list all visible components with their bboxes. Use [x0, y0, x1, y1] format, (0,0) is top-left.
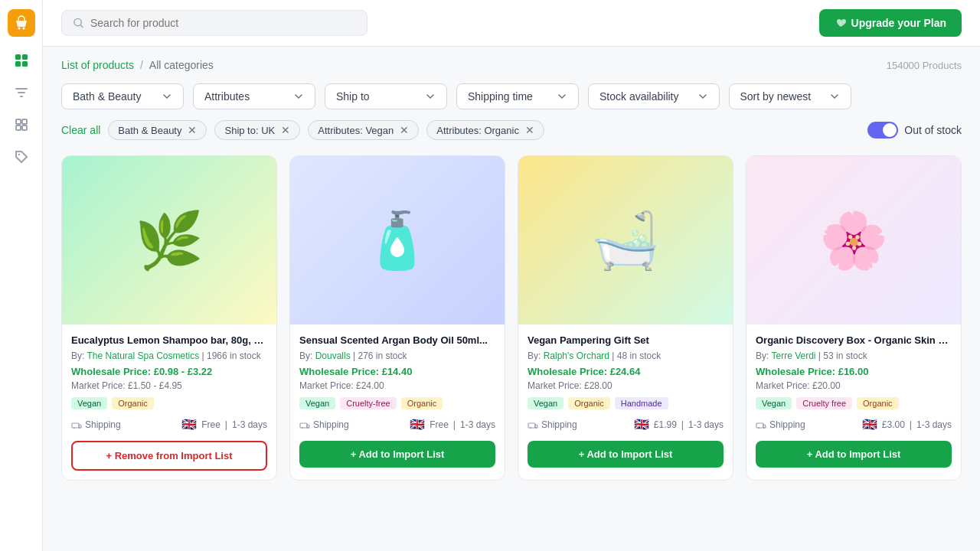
filter-attributes[interactable]: Attributes [193, 83, 315, 109]
svg-rect-19 [300, 423, 307, 428]
svg-point-20 [302, 427, 303, 429]
svg-point-21 [307, 427, 309, 429]
tag-vegan-p3: Vegan [528, 397, 564, 409]
product-title-p4: Organic Discovery Box - Organic Skin Car… [756, 334, 952, 347]
remove-filter-uk[interactable]: ✕ [281, 124, 290, 136]
product-image-p4: 🌸 [746, 156, 961, 324]
add-import-button-p3[interactable]: + Add to Import List [528, 441, 724, 468]
product-by-p2: By: Douvalls | 276 in stock [299, 350, 495, 361]
svg-rect-5 [15, 61, 21, 67]
tag-row-p3: Vegan Organic Handmade [528, 397, 724, 409]
shipping-row-p2: Shipping 🇬🇧 Free | 1-3 days [299, 417, 495, 432]
sidebar [0, 0, 43, 551]
breadcrumb-link[interactable]: List of products [61, 59, 134, 71]
remove-filter-bath[interactable]: ✕ [188, 124, 197, 136]
svg-rect-6 [22, 61, 28, 67]
svg-point-18 [79, 427, 80, 429]
product-card-p4: 🌸 Organic Discovery Box - Organic Skin C… [746, 155, 962, 481]
tag-row-p4: Vegan Cruelty free Organic [756, 397, 952, 409]
tag-cruelty-p4: Cruelty free [796, 397, 852, 409]
svg-point-26 [758, 427, 760, 429]
product-by-p4: By: Terre Verdi | 53 in stock [756, 350, 952, 361]
remove-filter-organic[interactable]: ✕ [525, 124, 534, 136]
product-count: 154000 Products [887, 60, 962, 71]
top-bar: Upgrade your Plan [43, 0, 980, 47]
search-icon [73, 17, 84, 29]
shipping-icon-p1 [71, 419, 82, 430]
remove-filter-vegan[interactable]: ✕ [400, 124, 409, 136]
upgrade-button[interactable]: Upgrade your Plan [819, 9, 962, 37]
active-filters-row: Clear all Bath & Beauty ✕ Ship to: UK ✕ … [61, 120, 962, 140]
tag-organic-p3: Organic [568, 397, 610, 409]
chevron-down-icon [162, 91, 172, 102]
svg-rect-10 [16, 119, 21, 124]
svg-point-24 [535, 427, 537, 429]
svg-point-2 [22, 28, 24, 30]
market-price-p1: Market Price: £1.50 - £4.95 [71, 380, 267, 391]
chevron-down-icon [697, 91, 708, 102]
breadcrumb-current: All categories [149, 59, 214, 71]
svg-rect-22 [528, 423, 535, 428]
tag-organic-p4: Organic [857, 397, 899, 409]
svg-rect-3 [15, 54, 21, 60]
product-title-p1: Eucalyptus Lemon Shampoo bar, 80g, Zero.… [71, 334, 267, 347]
svg-point-23 [530, 427, 531, 429]
svg-point-17 [74, 427, 75, 429]
remove-import-button-p1[interactable]: + Remove from Import List [71, 441, 267, 471]
filter-stock[interactable]: Stock availability [588, 83, 720, 109]
app-logo [8, 9, 35, 37]
product-by-p1: By: The Natural Spa Cosmetics | 1966 in … [71, 350, 267, 361]
heart-icon [835, 17, 847, 29]
shipping-row-p4: Shipping 🇬🇧 £3.00 | 1-3 days [756, 417, 952, 432]
chevron-down-icon [557, 91, 567, 102]
wholesale-price-p4: Wholesale Price: £16.00 [756, 366, 952, 377]
wholesale-price-p2: Wholesale Price: £14.40 [299, 366, 495, 377]
product-card-p1: 🌿 Eucalyptus Lemon Shampoo bar, 80g, Zer… [61, 155, 277, 481]
tag-cruelty-p2: Cruelty-free [340, 397, 396, 409]
main-content: Upgrade your Plan List of products / All… [43, 0, 980, 551]
seller-link-p1[interactable]: The Natural Spa Cosmetics [87, 350, 199, 361]
tag-organic-p2: Organic [401, 397, 443, 409]
filter-tag-vegan: Attributes: Vegan ✕ [308, 120, 419, 140]
filter-shipping-time[interactable]: Shipping time [456, 83, 579, 109]
shipping-icon-p4 [756, 419, 766, 430]
tag-organic-p1: Organic [112, 397, 154, 409]
tag-row-p1: Vegan Organic [71, 397, 267, 409]
breadcrumb-separator: / [140, 59, 143, 71]
svg-rect-12 [16, 126, 21, 130]
shipping-icon-p3 [528, 419, 538, 430]
filter-category[interactable]: Bath & Beauty [61, 83, 184, 109]
filter-ship-to[interactable]: Ship to [325, 83, 447, 109]
out-of-stock-toggle-group: Out of stock [867, 122, 962, 139]
svg-point-14 [18, 154, 19, 155]
search-input[interactable] [90, 17, 356, 29]
product-card-p3: 🛁 Vegan Pampering Gift Set By: Ralph's O… [518, 155, 733, 481]
chevron-down-icon [293, 91, 304, 102]
sidebar-icon-filter[interactable] [13, 84, 30, 101]
shipping-row-p1: Shipping 🇬🇧 Free | 1-3 days [71, 417, 267, 432]
product-grid: 🌿 Eucalyptus Lemon Shampoo bar, 80g, Zer… [61, 155, 962, 481]
search-box[interactable] [61, 10, 368, 36]
add-import-button-p4[interactable]: + Add to Import List [756, 441, 952, 468]
seller-link-p3[interactable]: Ralph's Orchard [544, 350, 609, 361]
svg-rect-16 [72, 423, 79, 428]
sidebar-icon-list[interactable] [13, 116, 30, 133]
product-image-p3: 🛁 [518, 156, 733, 324]
svg-rect-11 [22, 119, 27, 124]
svg-rect-4 [22, 54, 28, 60]
seller-link-p4[interactable]: Terre Verdi [771, 350, 815, 361]
out-of-stock-toggle[interactable] [867, 122, 898, 139]
sidebar-icon-dashboard[interactable] [13, 52, 30, 69]
tag-vegan-p1: Vegan [71, 397, 107, 409]
filter-bar: Bath & Beauty Attributes Ship to Shippin… [61, 83, 962, 109]
filter-sort[interactable]: Sort by newest [729, 83, 852, 109]
filter-tag-uk: Ship to: UK ✕ [214, 120, 300, 140]
seller-link-p2[interactable]: Douvalls [315, 350, 351, 361]
tag-handmade-p3: Handmade [615, 397, 668, 409]
tag-vegan-p4: Vegan [756, 397, 792, 409]
sidebar-icon-tag[interactable] [13, 148, 30, 165]
product-image-p2: 🧴 [290, 156, 505, 324]
toggle-thumb [883, 123, 897, 137]
clear-all-button[interactable]: Clear all [61, 124, 100, 136]
add-import-button-p2[interactable]: + Add to Import List [299, 441, 495, 468]
